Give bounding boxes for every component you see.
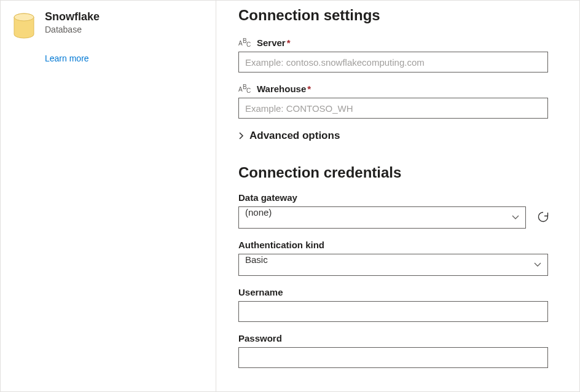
main-panel: Connection settings BC Server* BC Wareho… — [216, 1, 579, 391]
auth-kind-select[interactable]: Basic — [238, 254, 548, 276]
server-label: Server* — [257, 37, 291, 48]
auth-kind-label: Authentication kind — [238, 240, 557, 250]
warehouse-label: Warehouse* — [257, 84, 311, 94]
gateway-label: Data gateway — [238, 192, 557, 203]
username-input[interactable] — [238, 301, 548, 322]
learn-more-link[interactable]: Learn more — [45, 53, 203, 63]
database-icon — [13, 13, 35, 39]
connector-category: Database — [45, 25, 100, 34]
settings-heading: Connection settings — [238, 7, 557, 24]
advanced-options-label: Advanced options — [249, 130, 340, 142]
server-input[interactable] — [238, 52, 548, 73]
refresh-icon — [537, 211, 549, 225]
text-type-icon: BC — [238, 85, 252, 93]
connector-title: Snowflake — [45, 10, 100, 23]
refresh-gateway-button[interactable] — [535, 209, 552, 226]
chevron-right-icon — [238, 131, 245, 140]
warehouse-input[interactable] — [238, 98, 548, 119]
required-indicator: * — [307, 84, 311, 94]
advanced-options-toggle[interactable]: Advanced options — [238, 130, 557, 142]
required-indicator: * — [287, 37, 291, 48]
username-label: Username — [238, 287, 557, 297]
svg-point-1 — [14, 14, 34, 21]
sidebar: Snowflake Database Learn more — [1, 1, 216, 391]
credentials-heading: Connection credentials — [238, 164, 557, 181]
password-input[interactable] — [238, 347, 548, 368]
gateway-select[interactable]: (none) — [238, 206, 526, 229]
password-label: Password — [238, 333, 557, 343]
text-type-icon: BC — [238, 39, 252, 47]
